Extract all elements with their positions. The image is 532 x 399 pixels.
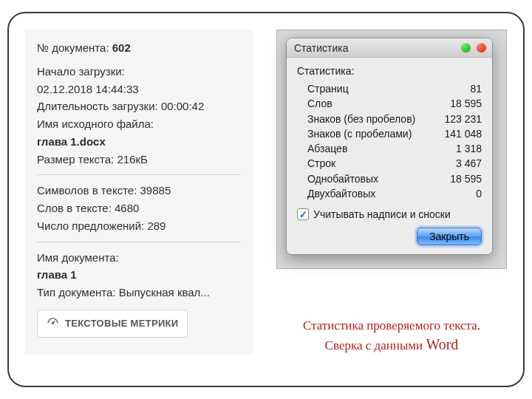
stat-label: Строк — [307, 156, 335, 171]
start-value: 02.12.2018 14:44:33 — [37, 81, 241, 98]
stat-label: Знаков (без пробелов) — [307, 112, 415, 126]
statistics-window: Статистика Статистика: Страниц 81 Слов 1… — [286, 38, 493, 255]
close-button-label: Закрыть — [429, 231, 469, 242]
svg-line-1 — [53, 321, 55, 323]
stat-row-single-byte: Однобайтовых 18 595 — [297, 171, 482, 186]
stat-value: 123 231 — [444, 112, 482, 126]
doc-number-value: 602 — [112, 41, 131, 54]
duration-value: 00:00:42 — [161, 100, 204, 112]
check-icon: ✓ — [299, 209, 307, 220]
stat-label: Страниц — [307, 81, 349, 96]
caption-line1: Статистика проверяемого текста. — [281, 318, 502, 335]
stat-label: Двухбайтовых — [307, 186, 375, 201]
stat-row-pages: Страниц 81 — [297, 81, 482, 96]
window-titlebar[interactable]: Статистика — [287, 38, 492, 58]
close-window-button[interactable] — [477, 43, 486, 52]
chars-label: Символов в тексте: — [37, 184, 137, 197]
window-controls — [461, 43, 486, 52]
document-info-panel: № документа: 602 Начало загрузки: 02.12.… — [25, 30, 253, 355]
words-label: Слов в тексте: — [37, 202, 112, 214]
text-metrics-button[interactable]: ТЕКСТОВЫЕ МЕТРИКИ — [37, 310, 188, 338]
window-body: Статистика: Страниц 81 Слов 18 595 Знако… — [287, 58, 492, 254]
stat-label: Знаков (с пробелами) — [307, 126, 412, 141]
stat-row-chars-no-spaces: Знаков (без пробелов) 123 231 — [297, 112, 482, 126]
include-footnotes-checkbox[interactable]: ✓ — [297, 208, 309, 220]
duration-label: Длительность загрузки: — [37, 100, 158, 112]
chars-value: 39885 — [140, 184, 171, 197]
stat-label: Однобайтовых — [307, 171, 378, 186]
stat-value: 18 595 — [450, 96, 482, 111]
doc-number-label: № документа: — [37, 41, 109, 54]
sentences-label: Число предложений: — [37, 219, 144, 232]
minimize-button[interactable] — [461, 43, 471, 52]
stat-row-lines: Строк 3 467 — [297, 156, 482, 171]
gauge-icon — [47, 316, 59, 331]
size-row: Размер текста: 216кБ — [37, 151, 241, 168]
doctype-label: Тип документа: — [37, 286, 115, 299]
srcname-value: глава 1.docx — [37, 134, 241, 150]
duration-row: Длительность загрузки: 00:00:42 — [37, 98, 241, 115]
stat-value: 141 048 — [444, 126, 482, 141]
stat-value: 18 595 — [450, 171, 482, 186]
doc-number-row: № документа: 602 — [37, 40, 241, 56]
doctype-row: Тип документа: Выпускная квал... — [37, 284, 241, 301]
caption-line2a: Сверка с данными — [325, 338, 426, 352]
divider — [37, 242, 241, 242]
stat-value: 1 318 — [456, 141, 482, 156]
caption: Статистика проверяемого текста. Сверка с… — [281, 318, 502, 355]
chars-row: Символов в тексте: 39885 — [37, 183, 241, 199]
size-value: 216кБ — [117, 153, 147, 166]
doctype-value: Выпускная квал... — [119, 286, 210, 299]
docname-label: Имя документа: — [37, 250, 241, 266]
stat-value: 81 — [470, 81, 482, 96]
docname-value: глава 1 — [37, 267, 241, 283]
close-button[interactable]: Закрыть — [417, 228, 482, 245]
stat-row-paragraphs: Абзацев 1 318 — [297, 141, 482, 156]
sentences-value: 289 — [147, 219, 166, 232]
size-label: Размер текста: — [37, 153, 114, 166]
start-label: Начало загрузки: — [37, 64, 241, 80]
words-row: Слов в тексте: 4680 — [37, 200, 241, 216]
text-metrics-label: ТЕКСТОВЫЕ МЕТРИКИ — [65, 318, 178, 329]
include-footnotes-row[interactable]: ✓ Учитывать надписи и сноски — [297, 208, 482, 220]
srcname-label: Имя исходного файла: — [37, 116, 241, 132]
window-title: Статистика — [294, 42, 349, 54]
stat-label: Абзацев — [307, 141, 347, 156]
sentences-row: Число предложений: 289 — [37, 218, 241, 234]
word-stats-screenshot: Статистика Статистика: Страниц 81 Слов 1… — [276, 30, 507, 269]
stat-row-chars-with-spaces: Знаков (с пробелами) 141 048 — [297, 126, 482, 141]
stat-row-words: Слов 18 595 — [297, 96, 482, 111]
stat-label: Слов — [307, 96, 332, 111]
caption-line2: Сверка с данными Word — [281, 335, 502, 355]
caption-line2-word: Word — [426, 336, 458, 352]
stats-heading: Статистика: — [297, 65, 482, 77]
stat-value: 0 — [476, 186, 482, 201]
stat-row-double-byte: Двухбайтовых 0 — [297, 186, 482, 201]
stat-value: 3 467 — [456, 156, 482, 171]
divider — [37, 174, 241, 175]
include-footnotes-label: Учитывать надписи и сноски — [313, 208, 451, 220]
words-value: 4680 — [115, 202, 139, 214]
